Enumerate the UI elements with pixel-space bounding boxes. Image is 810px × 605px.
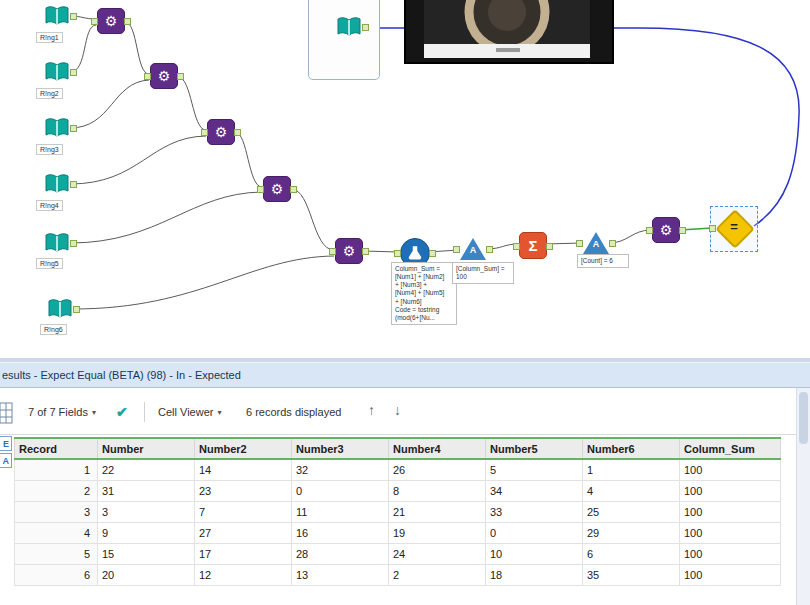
input-data-tool-2[interactable] <box>44 61 70 83</box>
data-cell[interactable]: 100 <box>680 565 781 586</box>
fields-dropdown[interactable]: 7 of 7 Fields ▾ <box>28 406 96 418</box>
data-cell[interactable]: 27 <box>195 523 292 544</box>
data-cell[interactable]: 12 <box>195 565 292 586</box>
table-row[interactable]: 515172824106100 <box>15 544 781 565</box>
data-cell[interactable]: 35 <box>583 565 680 586</box>
tool-label[interactable]: R!ng1 <box>36 32 63 43</box>
table-row[interactable]: 2312308344100 <box>15 481 781 502</box>
input-data-tool-5[interactable] <box>44 232 70 254</box>
data-cell[interactable]: 0 <box>292 481 389 502</box>
table-row[interactable]: 33711213325100 <box>15 502 781 523</box>
data-cell[interactable]: 8 <box>389 481 486 502</box>
data-cell[interactable]: 32 <box>292 459 389 481</box>
data-cell[interactable]: 20 <box>98 565 195 586</box>
data-cell[interactable]: 11 <box>292 502 389 523</box>
join-tool-1[interactable]: ⚙ <box>97 8 125 34</box>
coin-image[interactable] <box>404 0 614 64</box>
side-icon-a[interactable]: A <box>0 453 12 468</box>
column-header[interactable]: Number2 <box>195 438 292 459</box>
cell-viewer-dropdown[interactable]: Cell Viewer ▾ <box>158 406 221 418</box>
data-cell[interactable]: 100 <box>680 481 781 502</box>
data-cell[interactable]: 3 <box>98 502 195 523</box>
record-cell[interactable]: 6 <box>15 565 98 586</box>
data-cell[interactable]: 19 <box>389 523 486 544</box>
scrollbar-thumb[interactable] <box>799 392 808 444</box>
data-cell[interactable]: 100 <box>680 459 781 481</box>
data-cell[interactable]: 13 <box>292 565 389 586</box>
join-tool-2[interactable]: ⚙ <box>150 63 178 89</box>
record-cell[interactable]: 2 <box>15 481 98 502</box>
expect-equal-tool[interactable]: = <box>716 211 752 245</box>
join-tool-3[interactable]: ⚙ <box>207 119 235 145</box>
table-row[interactable]: 620121321835100 <box>15 565 781 586</box>
data-cell[interactable]: 28 <box>292 544 389 565</box>
scroll-up-button[interactable]: ↑ <box>368 402 375 418</box>
data-cell[interactable]: 14 <box>195 459 292 481</box>
data-cell[interactable]: 15 <box>98 544 195 565</box>
column-header[interactable]: Record <box>15 438 98 459</box>
table-row[interactable]: 12214322651100 <box>15 459 781 481</box>
expect-equal-selection[interactable]: = <box>710 206 758 252</box>
data-cell[interactable]: 6 <box>583 544 680 565</box>
data-cell[interactable]: 100 <box>680 544 781 565</box>
vertical-scrollbar[interactable] <box>796 388 810 605</box>
data-cell[interactable]: 16 <box>292 523 389 544</box>
data-cell[interactable]: 22 <box>98 459 195 481</box>
data-cell[interactable]: 33 <box>486 502 583 523</box>
column-header[interactable]: Number4 <box>389 438 486 459</box>
record-cell[interactable]: 4 <box>15 523 98 544</box>
tool-label[interactable]: R!ng6 <box>40 324 67 335</box>
data-cell[interactable]: 18 <box>486 565 583 586</box>
side-icon-e[interactable]: E <box>0 436 12 451</box>
data-cell[interactable]: 10 <box>486 544 583 565</box>
data-cell[interactable]: 4 <box>583 481 680 502</box>
data-cell[interactable]: 31 <box>98 481 195 502</box>
workflow-canvas[interactable]: R!ng1 R!ng2 R!ng3 R!ng4 R!ng5 R!ng6 ⚙ ⚙ … <box>0 0 810 358</box>
tool-label[interactable]: R!ng2 <box>36 88 63 99</box>
data-cell[interactable]: 9 <box>98 523 195 544</box>
input-data-tool-6[interactable] <box>47 298 73 320</box>
input-data-tool-1[interactable] <box>44 5 70 27</box>
join-tool-4[interactable]: ⚙ <box>263 176 291 202</box>
data-cell[interactable]: 2 <box>389 565 486 586</box>
input-data-tool-4[interactable] <box>44 173 70 195</box>
data-cell[interactable]: 7 <box>195 502 292 523</box>
data-cell[interactable]: 29 <box>583 523 680 544</box>
tool-label[interactable]: R!ng5 <box>36 258 63 269</box>
data-cell[interactable]: 25 <box>583 502 680 523</box>
table-row[interactable]: 49271619029100 <box>15 523 781 544</box>
column-header[interactable]: Number5 <box>486 438 583 459</box>
data-cell[interactable]: 26 <box>389 459 486 481</box>
data-cell[interactable]: 21 <box>389 502 486 523</box>
data-cell[interactable]: 1 <box>583 459 680 481</box>
test-tool-1[interactable]: A <box>460 238 486 260</box>
column-header[interactable]: Number6 <box>583 438 680 459</box>
tool-container[interactable] <box>308 0 380 80</box>
record-cell[interactable]: 3 <box>15 502 98 523</box>
record-cell[interactable]: 1 <box>15 459 98 481</box>
join-tool-5[interactable]: ⚙ <box>335 238 363 264</box>
filter-sum-annotation[interactable]: [Column_Sum] = 100 <box>452 262 514 284</box>
column-header[interactable]: Column_Sum <box>680 438 781 459</box>
filter-count-annotation[interactable]: [Count] = 6 <box>577 254 629 268</box>
data-cell[interactable]: 100 <box>680 502 781 523</box>
data-cell[interactable]: 17 <box>195 544 292 565</box>
data-cell[interactable]: 23 <box>195 481 292 502</box>
data-cell[interactable]: 5 <box>486 459 583 481</box>
summarize-tool[interactable]: Σ <box>519 232 547 259</box>
column-header[interactable]: Number3 <box>292 438 389 459</box>
tool-label[interactable]: R!ng4 <box>36 200 63 211</box>
scroll-down-button[interactable]: ↓ <box>394 402 401 418</box>
formula-annotation[interactable]: Column_Sum = [Num1] + [Num2] + [Num3] + … <box>391 262 457 325</box>
test-tool-2[interactable]: A <box>583 232 609 254</box>
tool-label[interactable]: R!ng3 <box>36 144 63 155</box>
union-tool[interactable]: ⚙ <box>652 217 680 243</box>
data-cell[interactable]: 24 <box>389 544 486 565</box>
table-view-icon[interactable] <box>0 402 13 424</box>
container-input-tool[interactable] <box>336 16 362 38</box>
data-cell[interactable]: 34 <box>486 481 583 502</box>
column-header[interactable]: Number <box>98 438 195 459</box>
data-cell[interactable]: 100 <box>680 523 781 544</box>
apply-check-button[interactable]: ✔ <box>116 404 128 420</box>
record-cell[interactable]: 5 <box>15 544 98 565</box>
